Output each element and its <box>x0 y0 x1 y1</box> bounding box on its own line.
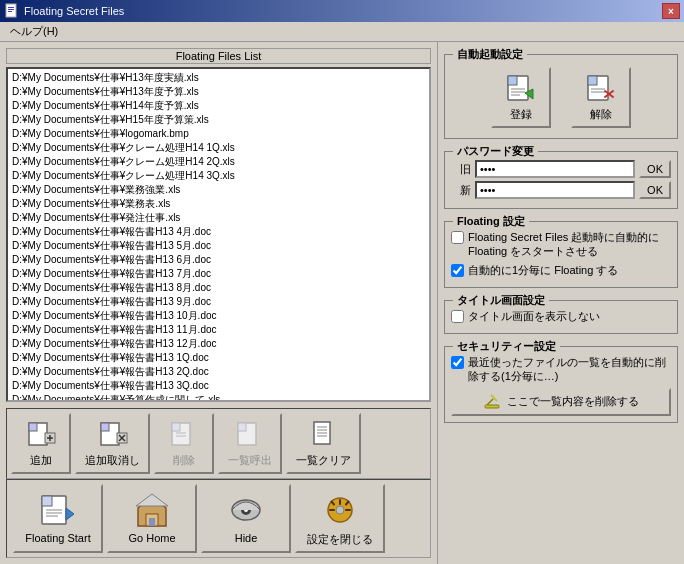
svg-rect-2 <box>8 9 14 10</box>
add-button[interactable]: 追加 <box>11 413 71 474</box>
svg-rect-15 <box>172 423 180 431</box>
old-password-input[interactable] <box>475 160 635 178</box>
list-item[interactable]: D:¥My Documents¥仕事¥報告書H13 10月.doc <box>10 309 427 323</box>
register-icon <box>505 73 537 105</box>
auto-start-section: 自動起動設定 登録 <box>444 54 678 139</box>
title-bar: Floating Secret Files × <box>0 0 684 22</box>
bottom-bar: Floating Start Go Home <box>6 479 431 558</box>
register-button[interactable]: 登録 <box>491 67 551 128</box>
title-screen-checkbox-label: タイトル画面を表示しない <box>468 309 600 323</box>
go-home-icon <box>132 490 172 530</box>
list-item[interactable]: D:¥My Documents¥仕事¥予算作成に関して.xls <box>10 393 427 402</box>
svg-rect-46 <box>508 76 517 85</box>
list-item[interactable]: D:¥My Documents¥仕事¥報告書H13 1Q.doc <box>10 351 427 365</box>
list-item[interactable]: D:¥My Documents¥仕事¥H13年度予算.xls <box>10 85 427 99</box>
floating-title: Floating 設定 <box>453 214 529 229</box>
old-password-label: 旧 <box>451 162 471 177</box>
list-item[interactable]: D:¥My Documents¥仕事¥報告書H13 11月.doc <box>10 323 427 337</box>
close-settings-button[interactable]: 設定を閉じる <box>295 484 385 553</box>
go-home-button[interactable]: Go Home <box>107 484 197 553</box>
list-item[interactable]: D:¥My Documents¥仕事¥H14年度予算.xls <box>10 99 427 113</box>
hide-button[interactable]: Hide <box>201 484 291 553</box>
svg-rect-0 <box>6 4 16 17</box>
new-password-row: 新 OK <box>451 181 671 199</box>
list-item[interactable]: D:¥My Documents¥仕事¥報告書H13 8月.doc <box>10 281 427 295</box>
list-clear-icon <box>308 419 340 451</box>
title-bar-left: Floating Secret Files <box>4 3 124 19</box>
list-item[interactable]: D:¥My Documents¥仕事¥業務表.xls <box>10 197 427 211</box>
svg-point-44 <box>336 506 344 514</box>
list-item[interactable]: D:¥My Documents¥仕事¥発注仕事.xls <box>10 211 427 225</box>
security-section: セキュリティー設定 最近使ったファイルの一覧を自動的に削除する(1分毎に…) こ… <box>444 346 678 423</box>
main-area: Floating Files List D:¥My Documents¥仕事¥H… <box>0 42 684 564</box>
security-checkbox-label: 最近使ったファイルの一覧を自動的に削除する(1分毎に…) <box>468 355 671 384</box>
list-item[interactable]: D:¥My Documents¥仕事¥報告書H13 2Q.doc <box>10 365 427 379</box>
list-item[interactable]: D:¥My Documents¥仕事¥クレーム処理H14 2Q.xls <box>10 155 427 169</box>
auto-start-title: 自動起動設定 <box>453 47 527 62</box>
old-password-row: 旧 OK <box>451 160 671 178</box>
floating-checkbox2[interactable] <box>451 264 464 277</box>
svg-marker-33 <box>136 494 168 506</box>
title-bar-close[interactable]: × <box>662 3 680 19</box>
add-icon <box>25 419 57 451</box>
floating-checkbox1-row: Floating Secret Files 起動時に自動的に Floating … <box>451 230 671 259</box>
list-item[interactable]: D:¥My Documents¥仕事¥クレーム処理H14 1Q.xls <box>10 141 427 155</box>
svg-rect-26 <box>42 496 52 506</box>
reg-buttons: 登録 解除 <box>451 63 671 132</box>
list-clear-button[interactable]: 一覧クリア <box>286 413 361 474</box>
floating-start-icon <box>38 490 78 530</box>
svg-marker-30 <box>66 508 74 520</box>
new-password-input[interactable] <box>475 181 635 199</box>
file-list-container[interactable]: D:¥My Documents¥仕事¥H13年度実績.xlsD:¥My Docu… <box>6 67 431 402</box>
list-item[interactable]: D:¥My Documents¥仕事¥報告書H13 7月.doc <box>10 267 427 281</box>
title-screen-checkbox[interactable] <box>451 310 464 323</box>
svg-rect-10 <box>101 423 109 431</box>
left-panel: Floating Files List D:¥My Documents¥仕事¥H… <box>0 42 438 564</box>
title-screen-checkbox-row: タイトル画面を表示しない <box>451 309 671 323</box>
floating-checkbox1[interactable] <box>451 231 464 244</box>
old-password-ok[interactable]: OK <box>639 160 671 178</box>
list-item[interactable]: D:¥My Documents¥仕事¥報告書H13 6月.doc <box>10 253 427 267</box>
list-item[interactable]: D:¥My Documents¥仕事¥報告書H13 4月.doc <box>10 225 427 239</box>
list-item[interactable]: D:¥My Documents¥仕事¥業務強業.xls <box>10 183 427 197</box>
list-item[interactable]: D:¥My Documents¥仕事¥logomark.bmp <box>10 127 427 141</box>
menu-help[interactable]: ヘルプ(H) <box>6 23 62 39</box>
list-item[interactable]: D:¥My Documents¥仕事¥報告書H13 5月.doc <box>10 239 427 253</box>
svg-rect-3 <box>8 11 12 12</box>
svg-rect-1 <box>8 7 14 8</box>
list-item[interactable]: D:¥My Documents¥仕事¥クレーム処理H14 3Q.xls <box>10 169 427 183</box>
list-item[interactable]: D:¥My Documents¥仕事¥報告書H13 12月.doc <box>10 337 427 351</box>
floating-checkbox1-label: Floating Secret Files 起動時に自動的に Floating … <box>468 230 671 259</box>
new-password-label: 新 <box>451 183 471 198</box>
pen-icon <box>483 393 501 411</box>
security-title: セキュリティー設定 <box>453 339 560 354</box>
delete-button[interactable]: 削除 <box>154 413 214 474</box>
security-checkbox[interactable] <box>451 356 464 369</box>
add-cancel-button[interactable]: 追加取消し <box>75 413 150 474</box>
svg-rect-5 <box>29 423 37 431</box>
list-item[interactable]: D:¥My Documents¥仕事¥H15年度予算策.xls <box>10 113 427 127</box>
floating-section: Floating 設定 Floating Secret Files 起動時に自動… <box>444 221 678 288</box>
list-item[interactable]: D:¥My Documents¥仕事¥報告書H13 9月.doc <box>10 295 427 309</box>
floating-checkbox2-row: 自動的に1分毎に Floating する <box>451 263 671 277</box>
hide-icon <box>226 490 266 530</box>
title-screen-section: タイトル画面設定 タイトル画面を表示しない <box>444 300 678 334</box>
unregister-icon <box>585 73 617 105</box>
add-cancel-icon <box>97 419 129 451</box>
title-screen-title: タイトル画面設定 <box>453 293 549 308</box>
list-item[interactable]: D:¥My Documents¥仕事¥報告書H13 3Q.doc <box>10 379 427 393</box>
close-settings-icon <box>320 490 360 530</box>
unregister-button[interactable]: 解除 <box>571 67 631 128</box>
password-section: パスワード変更 旧 OK 新 OK <box>444 151 678 209</box>
list-item[interactable]: D:¥My Documents¥仕事¥H13年度実績.xls <box>10 71 427 85</box>
app-icon <box>4 3 20 19</box>
window-title: Floating Secret Files <box>24 5 124 17</box>
svg-line-59 <box>487 399 493 405</box>
delete-list-button[interactable]: ここで一覧内容を削除する <box>451 388 671 416</box>
new-password-ok[interactable]: OK <box>639 181 671 199</box>
floating-start-button[interactable]: Floating Start <box>13 484 103 553</box>
list-call-button[interactable]: 一覧呼出 <box>218 413 282 474</box>
svg-rect-19 <box>238 423 246 431</box>
svg-rect-34 <box>149 518 155 526</box>
list-call-icon <box>234 419 266 451</box>
